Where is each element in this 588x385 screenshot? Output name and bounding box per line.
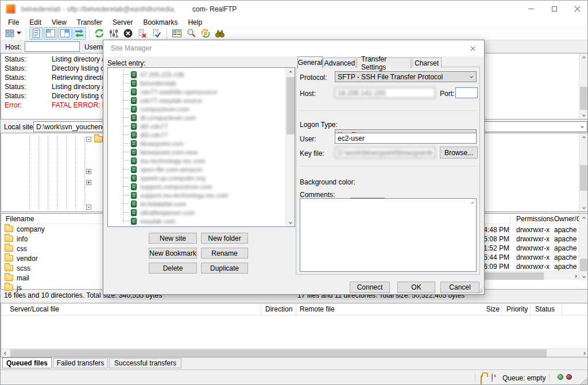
tree-expand-icon[interactable]: + [86, 180, 91, 185]
dialog-titlebar[interactable]: Site Manager [103, 40, 484, 56]
host-field-input[interactable] [335, 87, 435, 98]
remote-pane-toggle-icon[interactable] [58, 27, 72, 40]
site-entry[interactable]: support.mu-technology-inc.com [108, 191, 295, 199]
queue-col-remote-file[interactable]: Remote file [300, 305, 335, 313]
queue-col-priority[interactable]: Priority [506, 305, 528, 313]
filename-filter-icon[interactable] [184, 27, 198, 40]
scroll-up-icon[interactable] [579, 214, 588, 222]
queue-body[interactable] [1, 315, 588, 348]
transfer-queue-toggle-icon[interactable] [72, 27, 86, 40]
scroll-up-icon[interactable] [579, 53, 588, 62]
duplicate-button[interactable]: Duplicate [201, 263, 248, 274]
new-folder-button[interactable]: New folder [201, 233, 248, 244]
dropdown-caret-icon[interactable] [17, 32, 21, 34]
log-scrollbar[interactable] [579, 53, 588, 119]
quickconnect-host-input[interactable] [25, 41, 80, 52]
find-files-icon[interactable] [213, 27, 227, 40]
delete-button[interactable]: Delete [149, 263, 197, 274]
cancel-button[interactable]: Cancel [440, 282, 479, 293]
scroll-down-icon[interactable] [579, 203, 588, 211]
close-icon[interactable] [566, 1, 588, 17]
menu-item[interactable]: Edit [24, 18, 47, 27]
reconnect-check-icon[interactable] [150, 27, 164, 40]
user-input[interactable] [335, 133, 477, 144]
synchronized-browsing-icon[interactable] [199, 27, 212, 40]
scroll-up-icon[interactable] [579, 133, 588, 142]
comments-textarea[interactable] [300, 198, 477, 272]
site-entry[interactable]: belvederelab [108, 79, 295, 87]
site-entry[interactable]: ultrafilesparser.com [108, 208, 295, 217]
site-entry[interactable]: techdatahkl.com [108, 199, 295, 208]
filename-column-header[interactable]: Filename [6, 215, 34, 223]
scroll-left-icon[interactable] [1, 349, 10, 357]
tree-collapse-icon[interactable]: - [86, 205, 91, 210]
queue-col-status[interactable]: Status [535, 305, 555, 313]
tab-successful-transfers[interactable]: Successful transfers [109, 358, 181, 368]
menu-item[interactable]: View [47, 18, 72, 27]
port-input[interactable] [455, 87, 478, 98]
scroll-right-icon[interactable] [571, 272, 579, 280]
tab-advanced[interactable]: Advanced [323, 57, 356, 68]
menu-item[interactable]: Bookmarks [138, 18, 183, 27]
refresh-icon[interactable] [92, 27, 106, 40]
site-entry[interactable]: dl3-cdn77 [108, 130, 295, 139]
dialog-resize-grip[interactable] [477, 287, 483, 293]
queue-col-server-local[interactable]: Server/Local file [10, 305, 59, 313]
site-entry[interactable]: blowzpoint.com [108, 139, 295, 148]
dialog-close-icon[interactable] [461, 40, 484, 56]
cancel-operation-icon[interactable] [121, 27, 135, 40]
tree-collapse-icon[interactable]: - [86, 137, 91, 142]
site-entry[interactable]: blowzpoint.com-new [108, 148, 295, 156]
local-pane-toggle-icon[interactable] [44, 27, 57, 40]
scroll-down-icon[interactable] [579, 272, 588, 280]
scroll-down-icon[interactable] [286, 218, 295, 226]
connect-button[interactable]: Connect [350, 282, 390, 293]
tree-expand-icon[interactable]: + [86, 169, 91, 174]
tab-failed-transfers[interactable]: Failed transfers [53, 358, 108, 368]
site-entries-listbox[interactable]: 67.205.225.198 belvederelab cdn77-easthi… [107, 67, 295, 227]
site-entry[interactable]: 67.205.225.198 [108, 70, 295, 79]
site-entry[interactable]: easylab.com [108, 217, 295, 225]
queue-col-size[interactable]: Size [474, 305, 500, 313]
tab-queued-files[interactable]: Queued files [2, 357, 52, 368]
ok-button[interactable]: OK [397, 282, 435, 293]
process-queue-icon[interactable] [107, 27, 121, 40]
site-entry[interactable]: compuclever.com [108, 105, 295, 113]
site-entry[interactable]: support.compuclever.com [108, 182, 295, 191]
site-entry[interactable]: dl2-cdn77 [108, 122, 295, 130]
site-entry[interactable]: cdn77-easthills-opensource [108, 87, 295, 96]
site-entry[interactable]: cdn77-easylab-source [108, 96, 295, 105]
site-entry[interactable]: dl.compuclever.com [108, 113, 295, 122]
site-entry[interactable]: mu-technology-inc.com [108, 156, 295, 165]
owner-group-column-header[interactable]: Owner/G [554, 215, 582, 223]
directory-comparison-icon[interactable] [170, 27, 184, 40]
tab-transfer-settings[interactable]: Transfer Settings [357, 57, 411, 68]
window-resize-grip[interactable] [580, 377, 587, 384]
menu-item[interactable]: Transfer [72, 18, 107, 27]
maximize-icon[interactable] [543, 1, 566, 17]
minimize-icon[interactable] [520, 1, 543, 17]
protocol-select[interactable]: SFTP - SSH File Transfer Protocol [335, 71, 477, 82]
tab-general[interactable]: General [297, 56, 323, 68]
scroll-down-icon[interactable] [579, 110, 588, 119]
scroll-right-icon[interactable] [579, 349, 588, 357]
rename-button[interactable]: Rename [201, 248, 248, 259]
remote-tree-scrollbar[interactable] [579, 133, 588, 211]
queue-col-direction[interactable]: Direction [265, 305, 292, 313]
tab-charset[interactable]: Charset [412, 57, 442, 68]
browse-button[interactable]: Browse... [440, 147, 478, 159]
menu-item[interactable]: File [3, 18, 24, 27]
menu-item[interactable]: Server [107, 18, 138, 27]
menu-item[interactable]: Help [183, 18, 207, 27]
disconnect-icon[interactable] [136, 27, 149, 40]
message-log-toggle-icon[interactable] [29, 27, 43, 40]
new-site-button[interactable]: New site [149, 233, 197, 244]
site-entry[interactable]: open-file.com-amazon [108, 165, 295, 174]
new-bookmark-button[interactable]: New Bookmark [149, 248, 197, 259]
scroll-up-icon[interactable] [286, 68, 295, 76]
key-file-input[interactable] [335, 147, 435, 158]
entries-scrollbar[interactable] [285, 68, 295, 226]
queue-header[interactable]: Server/Local file Direction Remote file … [1, 303, 588, 315]
remote-list-vscrollbar[interactable] [579, 214, 588, 280]
site-manager-icon[interactable] [3, 27, 23, 40]
